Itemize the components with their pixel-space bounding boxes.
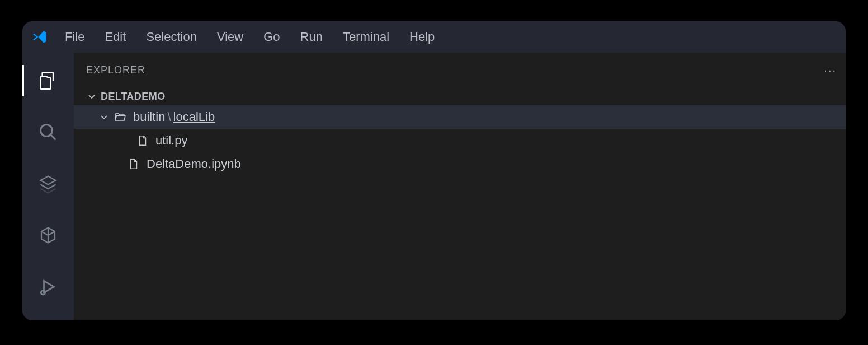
file-label: util.py — [155, 133, 187, 148]
folder-open-icon — [113, 110, 128, 124]
menu-file[interactable]: File — [56, 26, 93, 48]
project-name: DELTADEMO — [101, 91, 166, 102]
vscode-window: File Edit Selection View Go Run Terminal… — [22, 21, 846, 320]
activity-bar — [22, 53, 74, 320]
sidebar-title: EXPLORER — [86, 64, 145, 76]
explorer-icon[interactable] — [36, 68, 60, 93]
vscode-logo-icon — [32, 29, 48, 45]
menu-go[interactable]: Go — [254, 26, 289, 48]
more-actions-icon[interactable]: ··· — [824, 64, 837, 77]
chevron-down-icon — [85, 90, 98, 103]
search-icon[interactable] — [36, 120, 60, 144]
folder-row[interactable]: builtin\localLib — [74, 105, 846, 129]
file-row[interactable]: util.py — [74, 129, 846, 152]
extensions-icon[interactable] — [36, 223, 60, 248]
project-header[interactable]: DELTADEMO — [74, 87, 846, 105]
explorer-sidebar: EXPLORER ··· DELTADEMO — [74, 53, 846, 320]
source-control-icon[interactable] — [36, 171, 60, 196]
menu-run[interactable]: Run — [291, 26, 332, 48]
svg-line-1 — [51, 135, 56, 140]
menubar: File Edit Selection View Go Run Terminal… — [22, 21, 846, 53]
run-debug-icon[interactable] — [36, 274, 60, 299]
menu-terminal[interactable]: Terminal — [334, 26, 398, 48]
file-icon — [126, 157, 141, 171]
svg-point-0 — [41, 125, 53, 137]
menu-selection[interactable]: Selection — [137, 26, 206, 48]
file-label: DeltaDemo.ipynb — [147, 157, 241, 171]
chevron-down-icon — [97, 110, 111, 124]
folder-label-part2: localLib — [173, 110, 215, 124]
menu-help[interactable]: Help — [400, 26, 444, 48]
svg-point-2 — [41, 291, 45, 295]
file-row[interactable]: DeltaDemo.ipynb — [74, 152, 846, 176]
folder-label-part1: builtin — [133, 110, 165, 124]
main-area: EXPLORER ··· DELTADEMO — [22, 53, 846, 320]
menu-edit[interactable]: Edit — [96, 26, 135, 48]
path-separator: \ — [167, 110, 171, 124]
folder-label: builtin\localLib — [133, 110, 215, 124]
menu-view[interactable]: View — [208, 26, 252, 48]
sidebar-header: EXPLORER ··· — [74, 53, 846, 87]
file-icon — [135, 133, 150, 148]
